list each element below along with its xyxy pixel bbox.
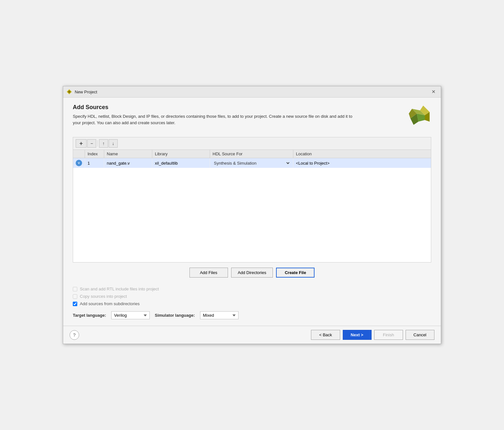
target-language-label: Target language: xyxy=(73,313,106,318)
new-project-window: New Project ✕ Add Sources Specify HDL, n… xyxy=(63,86,441,344)
copy-sources-checkbox[interactable] xyxy=(73,294,77,299)
header-section: Add Sources Specify HDL, netlist, Block … xyxy=(73,104,431,131)
app-icon xyxy=(66,89,72,95)
main-content: Add Sources Specify HDL, netlist, Block … xyxy=(63,98,441,326)
copy-sources-option: Copy sources into project xyxy=(73,294,431,299)
col-header-icon xyxy=(73,150,85,158)
cancel-button[interactable]: Cancel xyxy=(406,330,434,340)
col-header-hdl: HDL Source For xyxy=(210,150,293,158)
options-section: Scan and add RTL include files into proj… xyxy=(73,287,431,306)
footer: ? < Back Next > Finish Cancel xyxy=(63,326,441,344)
help-button[interactable]: ? xyxy=(70,330,79,340)
language-section: Target language: Verilog VHDL Simulator … xyxy=(73,311,431,319)
simulator-language-select[interactable]: Mixed Verilog VHDL xyxy=(200,311,239,319)
scan-rtl-label: Scan and add RTL include files into proj… xyxy=(80,287,159,291)
back-button[interactable]: < Back xyxy=(311,330,340,340)
simulator-language-label: Simulator language: xyxy=(155,313,195,318)
copy-sources-label: Copy sources into project xyxy=(80,294,127,299)
titlebar-left: New Project xyxy=(66,89,97,95)
col-header-location: Location xyxy=(293,150,431,158)
scan-rtl-checkbox[interactable] xyxy=(73,287,77,291)
logo-area xyxy=(406,104,431,131)
add-subdirs-label: Add sources from subdirectories xyxy=(80,301,139,306)
row-name-cell: nand_gate.v xyxy=(104,158,152,168)
navigation-buttons: < Back Next > Finish Cancel xyxy=(311,330,434,340)
verilog-file-icon: V xyxy=(76,160,82,166)
table-body-area: Index Name Library HDL Source For xyxy=(73,150,431,262)
row-icon-cell: V xyxy=(73,158,85,168)
table-body: V 1 nand_gate.v xil_defaultlib xyxy=(73,158,431,168)
col-header-name: Name xyxy=(104,150,152,158)
titlebar: New Project ✕ xyxy=(63,86,441,98)
add-files-button[interactable]: Add Files xyxy=(189,268,228,278)
next-button[interactable]: Next > xyxy=(343,330,372,340)
add-subdirs-option: Add sources from subdirectories xyxy=(73,301,431,306)
move-down-button[interactable]: ↓ xyxy=(109,139,118,148)
window-title: New Project xyxy=(75,90,97,94)
move-up-button[interactable]: ↑ xyxy=(99,139,108,148)
add-source-button[interactable]: + xyxy=(76,139,87,148)
table-header: Index Name Library HDL Source For xyxy=(73,150,431,158)
hdl-source-select[interactable]: Synthesis & Simulation Synthesis Only Si… xyxy=(213,160,290,166)
scan-rtl-option: Scan and add RTL include files into proj… xyxy=(73,287,431,291)
sources-table: Index Name Library HDL Source For xyxy=(73,150,431,168)
finish-button[interactable]: Finish xyxy=(374,330,403,340)
remove-source-button[interactable]: − xyxy=(87,139,96,148)
vivado-logo xyxy=(406,104,431,130)
add-subdirs-checkbox[interactable] xyxy=(73,302,77,306)
row-hdl-cell[interactable]: Synthesis & Simulation Synthesis Only Si… xyxy=(210,158,293,168)
table-toolbar: + − ↑ ↓ xyxy=(73,137,431,150)
target-language-select[interactable]: Verilog VHDL xyxy=(111,311,150,319)
header-text: Add Sources Specify HDL, netlist, Block … xyxy=(73,104,399,126)
row-library-cell: xil_defaultlib xyxy=(152,158,210,168)
create-file-button[interactable]: Create File xyxy=(276,268,315,278)
col-header-library: Library xyxy=(152,150,210,158)
sources-table-container: + − ↑ ↓ xyxy=(73,137,431,262)
table-row[interactable]: V 1 nand_gate.v xil_defaultlib xyxy=(73,158,431,168)
row-location-cell: <Local to Project> xyxy=(293,158,431,168)
toolbar-separator xyxy=(97,140,98,147)
page-title: Add Sources xyxy=(73,104,399,111)
page-description: Specify HDL, netlist, Block Design, and … xyxy=(73,113,361,126)
col-header-index: Index xyxy=(85,150,104,158)
row-index-cell: 1 xyxy=(85,158,104,168)
action-buttons: Add Files Add Directories Create File xyxy=(73,268,431,278)
table-header-row: Index Name Library HDL Source For xyxy=(73,150,431,158)
add-directories-button[interactable]: Add Directories xyxy=(231,268,273,278)
close-button[interactable]: ✕ xyxy=(430,88,438,95)
